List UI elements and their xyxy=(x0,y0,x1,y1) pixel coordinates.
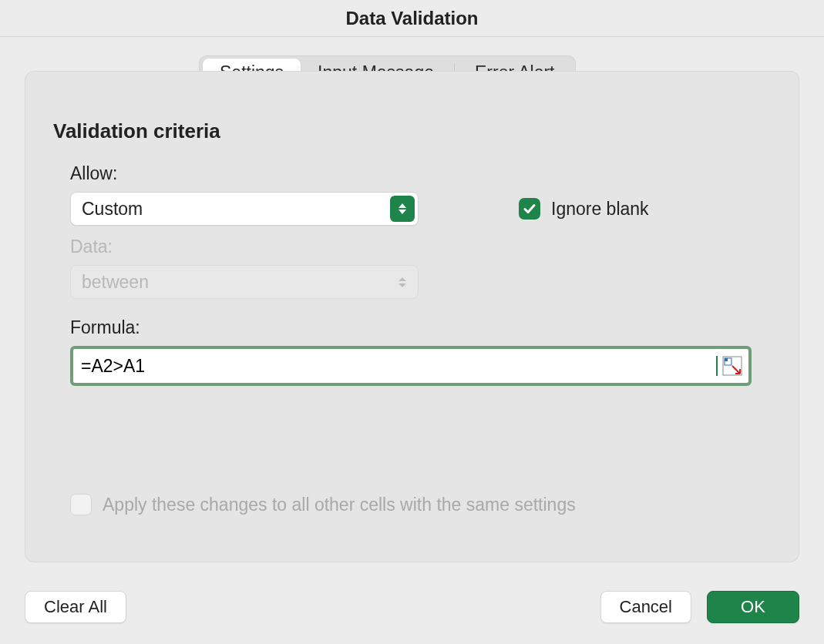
text-caret xyxy=(716,356,718,376)
ignore-blank-label: Ignore blank xyxy=(551,199,649,220)
formula-input[interactable] xyxy=(79,349,718,383)
footer-right-buttons: Cancel OK xyxy=(600,591,799,623)
dialog-titlebar: Data Validation xyxy=(0,0,824,37)
allow-select-value: Custom xyxy=(82,199,143,220)
data-label: Data: xyxy=(70,236,771,257)
data-validation-dialog: Data Validation Settings Input Message E… xyxy=(0,0,824,644)
data-select-wrap: between xyxy=(70,265,419,299)
apply-all-row: Apply these changes to all other cells w… xyxy=(70,494,771,515)
apply-all-checkbox xyxy=(70,494,92,515)
cancel-button[interactable]: Cancel xyxy=(600,591,691,623)
ok-label: OK xyxy=(741,597,765,617)
range-picker-icon xyxy=(722,356,742,376)
allow-select-wrap: Custom xyxy=(70,192,419,226)
data-select: between xyxy=(70,265,419,299)
formula-field-wrap xyxy=(70,346,752,386)
allow-select[interactable]: Custom xyxy=(70,192,419,226)
allow-label: Allow: xyxy=(70,163,771,184)
clear-all-button[interactable]: Clear All xyxy=(25,591,126,623)
apply-all-label: Apply these changes to all other cells w… xyxy=(103,495,576,515)
dialog-title: Data Validation xyxy=(345,8,478,29)
cancel-label: Cancel xyxy=(620,597,672,617)
ignore-blank-checkbox[interactable] xyxy=(519,198,540,220)
range-picker-button[interactable] xyxy=(722,356,742,376)
data-select-value: between xyxy=(82,272,149,293)
dialog-footer: Clear All Cancel OK xyxy=(25,590,799,624)
ignore-blank-row: Ignore blank xyxy=(519,198,649,220)
formula-label: Formula: xyxy=(70,317,771,338)
data-select-caret-icon xyxy=(397,265,408,299)
settings-panel: Validation criteria Allow: Custom xyxy=(25,71,799,562)
clear-all-label: Clear All xyxy=(44,597,107,617)
ok-button[interactable]: OK xyxy=(707,591,799,623)
validation-criteria-heading: Validation criteria xyxy=(53,119,771,143)
svg-rect-2 xyxy=(725,358,728,361)
allow-row: Custom Ignore blank xyxy=(70,192,771,226)
criteria-fields: Allow: Custom xyxy=(70,163,771,386)
checkmark-icon xyxy=(523,202,536,216)
allow-select-caret-icon[interactable] xyxy=(390,196,415,222)
